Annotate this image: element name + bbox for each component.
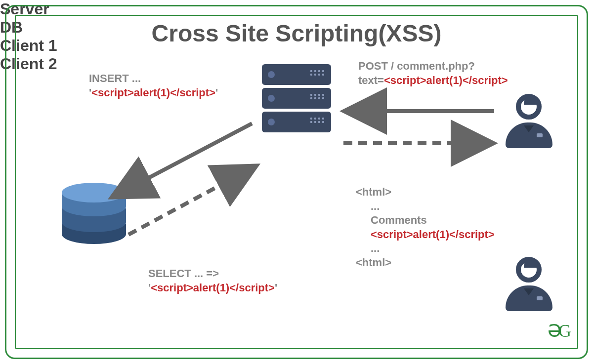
diagram-title: Cross Site Scripting(XSS) xyxy=(0,20,593,47)
insert-payload-line: '<script>alert(1)</script>' xyxy=(89,86,218,100)
post-request-label: POST / comment.php? text=<script>alert(1… xyxy=(358,59,508,87)
client1-icon xyxy=(504,94,553,153)
database-icon xyxy=(62,183,126,247)
html-response-label: <html> ... Comments <script>alert(1)</sc… xyxy=(356,185,495,270)
client2-icon xyxy=(504,257,553,316)
select-sql-label: SELECT ... => '<script>alert(1)</script>… xyxy=(148,267,277,295)
post-line1: POST / comment.php? xyxy=(358,59,508,74)
select-payload-line: '<script>alert(1)</script>' xyxy=(148,281,277,295)
select-line1: SELECT ... => xyxy=(148,267,277,281)
insert-line1: INSERT ... xyxy=(89,72,218,86)
insert-sql-label: INSERT ... '<script>alert(1)</script>' xyxy=(89,72,218,100)
server-icon xyxy=(262,64,331,135)
logo: ƏG xyxy=(548,321,568,341)
post-payload-line: text=<script>alert(1)</script> xyxy=(358,74,508,88)
